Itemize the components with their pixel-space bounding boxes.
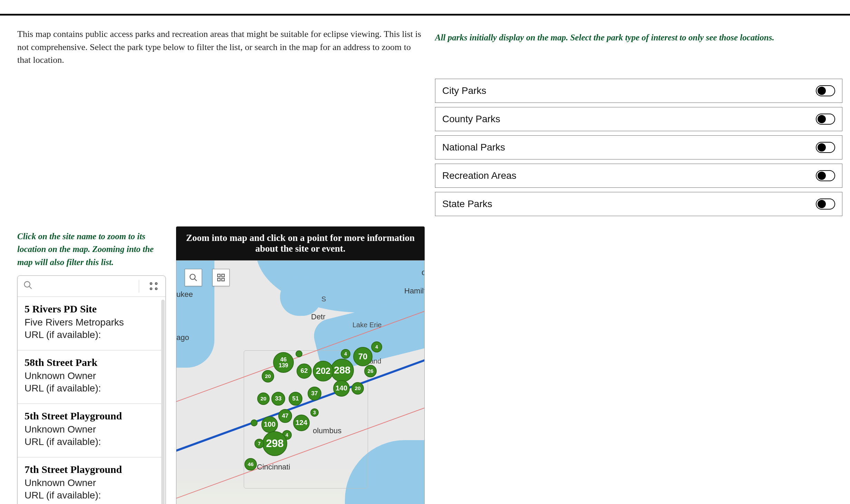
cluster-marker[interactable]: 47 xyxy=(278,409,292,423)
scrollbar[interactable] xyxy=(161,300,165,504)
map-place-label: ago xyxy=(176,333,189,342)
cluster-marker[interactable]: 20 xyxy=(257,392,270,405)
site-url-label: URL (if available): xyxy=(25,490,155,501)
filter-toggle-county-parks[interactable]: County Parks xyxy=(435,107,842,131)
site-title: 5 Rivers PD Site xyxy=(25,303,155,315)
cluster-marker[interactable]: 4 xyxy=(341,349,350,359)
map-place-label: S xyxy=(321,295,326,303)
map-viewport[interactable]: orontoHamiltonukeeDetrLake Erieagoolumbu… xyxy=(176,260,425,504)
site-title: 7th Street Playground xyxy=(25,464,155,475)
middle-hint-text: Click on the site name to zoom to its lo… xyxy=(17,230,166,269)
map-search-button[interactable] xyxy=(185,269,202,286)
site-list-item[interactable]: 5 Rivers PD SiteFive Rivers MetroparksUR… xyxy=(18,297,162,350)
map-place-label: oronto xyxy=(422,268,425,277)
cluster-marker[interactable]: 4 xyxy=(371,341,382,352)
map-place-label: Cincinnati xyxy=(257,463,290,472)
svg-rect-11 xyxy=(222,278,224,281)
cluster-marker[interactable]: 20 xyxy=(351,382,364,395)
svg-point-4 xyxy=(150,288,152,290)
svg-line-1 xyxy=(29,286,32,289)
cluster-marker[interactable]: 37 xyxy=(308,387,321,400)
site-owner: Five Rivers Metroparks xyxy=(25,317,155,328)
toggle-switch[interactable] xyxy=(816,85,835,96)
cluster-marker[interactable]: 51 xyxy=(289,392,302,406)
cluster-marker[interactable]: 62 xyxy=(297,364,312,379)
site-list-body: 5 Rivers PD SiteFive Rivers MetroparksUR… xyxy=(18,297,165,504)
map-banner: Zoom into map and click on a point for m… xyxy=(176,226,425,260)
svg-point-3 xyxy=(155,283,157,284)
intro-text: This map contains public access parks an… xyxy=(17,28,425,202)
cluster-marker[interactable] xyxy=(251,419,258,426)
site-list-item[interactable]: 7th Street PlaygroundUnknown OwnerURL (i… xyxy=(18,457,162,504)
site-url-label: URL (if available): xyxy=(25,329,155,340)
map-place-label: Lake Erie xyxy=(352,321,382,329)
svg-rect-8 xyxy=(218,274,220,277)
filter-label: State Parks xyxy=(442,198,492,210)
toggle-switch[interactable] xyxy=(816,142,835,153)
filter-toggle-state-parks[interactable]: State Parks xyxy=(435,192,842,216)
map-place-label: Detr xyxy=(311,312,326,321)
filter-list: City ParksCounty ParksNational ParksRecr… xyxy=(435,79,842,216)
map-legend-button[interactable] xyxy=(212,269,230,286)
cluster-marker[interactable]: 26 xyxy=(364,365,377,377)
svg-point-5 xyxy=(155,288,157,290)
left-hint-text: All parks initially display on the map. … xyxy=(435,31,842,44)
site-title: 58th Street Park xyxy=(25,357,155,368)
filter-toggle-recreation-areas[interactable]: Recreation Areas xyxy=(435,164,842,188)
svg-rect-9 xyxy=(222,274,224,277)
cluster-marker[interactable]: 100 xyxy=(261,416,278,433)
svg-point-0 xyxy=(25,281,30,287)
horizontal-rule xyxy=(0,14,850,16)
cluster-marker[interactable]: 70 xyxy=(353,347,373,366)
cluster-marker[interactable]: 140 xyxy=(333,380,350,397)
filter-label: National Parks xyxy=(442,142,505,153)
svg-point-2 xyxy=(150,283,152,284)
map-place-label: olumbus xyxy=(313,426,341,435)
sort-button[interactable] xyxy=(147,280,160,292)
lake-stclair xyxy=(280,278,321,316)
site-url-label: URL (if available): xyxy=(25,383,155,394)
svg-line-7 xyxy=(194,279,197,281)
filter-label: Recreation Areas xyxy=(442,170,516,181)
site-list-panel: 5 Rivers PD SiteFive Rivers MetroparksUR… xyxy=(17,275,166,504)
site-list-item[interactable]: 5th Street PlaygroundUnknown OwnerURL (i… xyxy=(18,404,162,457)
list-search[interactable] xyxy=(23,280,131,292)
cluster-marker[interactable]: 7 xyxy=(254,439,264,448)
cluster-marker[interactable]: 202 xyxy=(313,361,334,381)
divider xyxy=(139,280,139,292)
site-title: 5th Street Playground xyxy=(25,410,155,422)
filter-label: City Parks xyxy=(442,85,486,96)
cluster-marker[interactable]: 33 xyxy=(271,392,285,406)
svg-point-6 xyxy=(190,274,195,279)
cluster-marker[interactable]: 124 xyxy=(293,415,310,431)
toggle-switch[interactable] xyxy=(816,198,835,210)
toggle-switch[interactable] xyxy=(816,114,835,125)
cluster-marker[interactable]: 46 xyxy=(244,458,257,471)
site-owner: Unknown Owner xyxy=(25,424,155,435)
site-owner: Unknown Owner xyxy=(25,477,155,488)
map-place-label: ukee xyxy=(176,290,193,299)
svg-rect-10 xyxy=(218,278,220,281)
cluster-marker[interactable]: 46139 xyxy=(273,352,294,373)
toggle-switch[interactable] xyxy=(816,170,835,181)
filter-toggle-city-parks[interactable]: City Parks xyxy=(435,79,842,103)
filter-label: County Parks xyxy=(442,114,500,125)
search-icon xyxy=(23,280,33,292)
site-url-label: URL (if available): xyxy=(25,436,155,447)
cluster-marker[interactable]: 298 xyxy=(262,431,287,456)
cluster-marker[interactable]: 20 xyxy=(262,370,274,382)
site-owner: Unknown Owner xyxy=(25,370,155,381)
cluster-marker[interactable]: 3 xyxy=(310,408,319,417)
cluster-marker[interactable]: 288 xyxy=(330,359,354,382)
site-list-item[interactable]: 58th Street ParkUnknown OwnerURL (if ava… xyxy=(18,350,162,404)
cluster-marker[interactable] xyxy=(296,350,302,357)
filter-toggle-national-parks[interactable]: National Parks xyxy=(435,135,842,159)
map-place-label: Hamilton xyxy=(404,287,425,295)
